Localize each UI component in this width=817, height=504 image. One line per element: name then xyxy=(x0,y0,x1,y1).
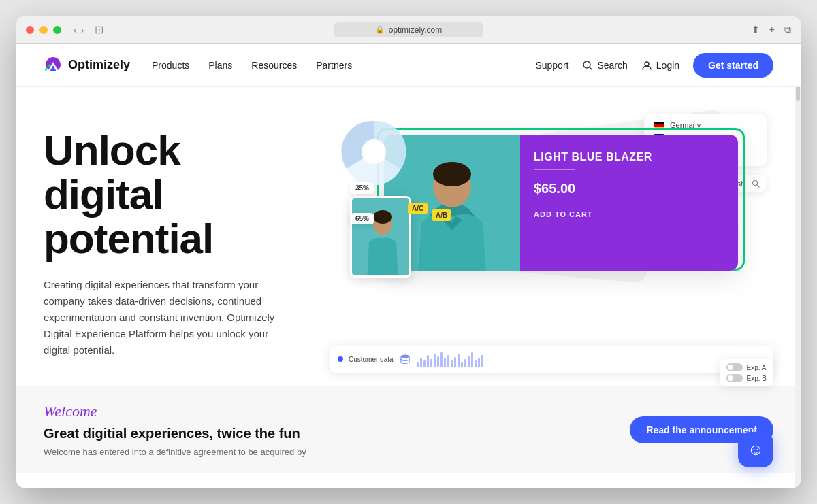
svg-point-3 xyxy=(753,181,758,186)
product-card-inner: LIGHT BLUE BLAZER $65.00 ADD TO CART xyxy=(384,135,738,271)
svg-point-13 xyxy=(401,355,409,358)
product-info: LIGHT BLUE BLAZER $65.00 ADD TO CART xyxy=(520,135,738,271)
database-icon xyxy=(399,353,411,365)
get-started-button[interactable]: Get started xyxy=(693,53,773,78)
country-germany-row: Germany xyxy=(654,121,757,129)
back-arrow[interactable]: ‹ xyxy=(74,24,77,35)
pie-chart xyxy=(336,114,411,189)
welcome-script: Welcome xyxy=(44,403,603,420)
toggle-row-1: Exp. A xyxy=(726,363,767,371)
nav-right: Support Search Login Get started xyxy=(535,53,773,78)
hero-title-line2: digital xyxy=(44,171,163,218)
login-button[interactable]: Login xyxy=(641,60,679,71)
search-icon-small xyxy=(752,180,760,188)
svg-point-11 xyxy=(373,210,392,224)
browser-window: ‹ › ⊡ 🔒 optimizely.com ⬆ + ⧉ Optimizely xyxy=(16,16,801,488)
search-button[interactable]: Search xyxy=(582,60,627,71)
thumb-svg xyxy=(352,198,411,278)
login-label: Login xyxy=(656,60,679,71)
maximize-button[interactable] xyxy=(53,26,61,34)
welcome-description: Welcome has entered into a definitive ag… xyxy=(44,447,603,457)
search-icon xyxy=(582,60,593,71)
toggle-label-1: Exp. A xyxy=(747,364,767,371)
hero-left: Unlock digital potential Creating digita… xyxy=(44,114,343,373)
navbar: Optimizely Products Plans Resources Part… xyxy=(16,44,801,87)
toggle-row-2: Exp. B xyxy=(726,374,767,382)
toggle-1[interactable] xyxy=(726,363,743,371)
hero-visual: Germany United Kingdom United States Uni… xyxy=(343,114,773,373)
data-bar: Customer data xyxy=(330,346,773,373)
welcome-left: Welcome Great digitial experiences, twic… xyxy=(44,403,603,457)
titlebar: ‹ › ⊡ 🔒 optimizely.com ⬆ + ⧉ xyxy=(16,16,801,44)
nav-arrows: ‹ › xyxy=(74,24,84,35)
address-bar[interactable]: 🔒 optimizely.com xyxy=(334,22,483,37)
svg-line-1 xyxy=(590,67,592,69)
url-text: optimizely.com xyxy=(389,25,442,35)
data-label: Customer data xyxy=(349,356,394,363)
nav-partners[interactable]: Partners xyxy=(316,60,352,71)
nav-products[interactable]: Products xyxy=(152,60,189,71)
minimize-button[interactable] xyxy=(39,26,48,34)
product-divider xyxy=(534,169,575,170)
chat-icon: ☺ xyxy=(748,440,765,459)
scrollbar[interactable] xyxy=(795,44,801,488)
product-price: $65.00 xyxy=(534,181,724,197)
sidebar-toggle-icon[interactable]: ⊡ xyxy=(95,23,103,36)
data-dot xyxy=(338,356,343,362)
lock-icon: 🔒 xyxy=(375,25,385,34)
stat-badge-1: 65% xyxy=(350,213,374,224)
stat-badge-2: 35% xyxy=(350,182,374,194)
traffic-lights xyxy=(26,26,61,34)
forward-arrow[interactable]: › xyxy=(81,24,84,35)
bar-chart-mini xyxy=(417,351,483,367)
page-content: Optimizely Products Plans Resources Part… xyxy=(16,44,801,488)
bottom-toggles: Exp. A Exp. B xyxy=(720,359,773,386)
hero-title: Unlock digital potential xyxy=(44,128,343,261)
ab-badge-2: A/C xyxy=(408,203,428,214)
tabs-icon[interactable]: ⧉ xyxy=(784,24,791,35)
welcome-banner: Welcome Great digitial experiences, twic… xyxy=(16,386,801,473)
chat-bubble[interactable]: ☺ xyxy=(738,432,773,467)
svg-line-4 xyxy=(757,185,759,187)
svg-point-12 xyxy=(362,139,386,164)
hero-description: Creating digital experiences that transf… xyxy=(44,277,275,358)
welcome-title: Great digitial experiences, twice the fu… xyxy=(44,426,603,441)
logo[interactable]: Optimizely xyxy=(44,56,130,75)
close-button[interactable] xyxy=(26,26,34,34)
new-tab-icon[interactable]: + xyxy=(769,24,775,35)
share-icon[interactable]: ⬆ xyxy=(752,24,760,35)
ab-badge-1: A/B xyxy=(432,209,451,221)
logo-text: Optimizely xyxy=(68,58,130,72)
search-label: Search xyxy=(597,60,627,71)
germany-label: Germany xyxy=(670,121,701,129)
hero-title-line3: potential xyxy=(44,215,213,262)
hero-section: Unlock digital potential Creating digita… xyxy=(16,87,801,373)
svg-point-2 xyxy=(645,62,649,66)
product-card: LIGHT BLUE BLAZER $65.00 ADD TO CART xyxy=(384,135,738,271)
product-thumbnail xyxy=(350,196,411,278)
add-to-cart[interactable]: ADD TO CART xyxy=(534,210,724,218)
svg-point-8 xyxy=(433,162,471,186)
support-link[interactable]: Support xyxy=(535,60,568,71)
nav-plans[interactable]: Plans xyxy=(208,60,232,71)
toggle-label-2: Exp. B xyxy=(747,375,767,382)
toggle-2[interactable] xyxy=(726,374,743,382)
toolbar-right: ⬆ + ⧉ xyxy=(752,24,791,35)
nav-links: Products Plans Resources Partners xyxy=(152,60,352,71)
user-icon xyxy=(641,60,652,71)
nav-resources[interactable]: Resources xyxy=(251,60,297,71)
germany-flag xyxy=(654,122,664,129)
logo-icon xyxy=(44,56,63,75)
hero-title-line1: Unlock xyxy=(44,127,180,173)
product-name: LIGHT BLUE BLAZER xyxy=(534,151,724,163)
